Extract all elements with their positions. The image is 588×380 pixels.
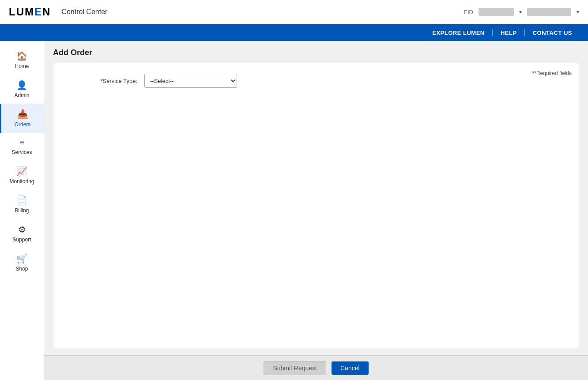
nav-contact-us[interactable]: CONTACT US bbox=[526, 24, 579, 41]
sidebar-label-admin: Admin bbox=[14, 92, 29, 98]
sidebar-item-admin[interactable]: 👤 Admin bbox=[0, 75, 44, 104]
support-icon: ⚙ bbox=[18, 224, 26, 235]
service-type-label: *Service Type: bbox=[67, 78, 137, 84]
app-title: Control Center bbox=[61, 8, 107, 16]
logo: LUMEN bbox=[9, 6, 51, 18]
orders-icon: 📥 bbox=[17, 109, 28, 120]
eid-dropdown-icon[interactable]: ▾ bbox=[519, 9, 522, 15]
sidebar-label-billing: Billing bbox=[15, 207, 29, 214]
sidebar-item-services[interactable]: ≡ Services bbox=[0, 133, 44, 161]
eid-label: EID bbox=[464, 9, 473, 15]
form-card: **Required fields *Service Type: --Selec… bbox=[53, 63, 579, 348]
sidebar-label-home: Home bbox=[15, 63, 29, 69]
sidebar-item-shop[interactable]: 🛒 Shop bbox=[0, 248, 44, 277]
sidebar-label-services: Services bbox=[11, 149, 32, 155]
logo-text: LUMEN bbox=[9, 6, 51, 18]
cancel-button[interactable]: Cancel bbox=[332, 361, 369, 375]
page-title: Add Order bbox=[53, 48, 579, 57]
home-icon: 🏠 bbox=[16, 51, 27, 61]
monitoring-icon: 📈 bbox=[16, 166, 27, 177]
user-value bbox=[527, 8, 571, 16]
sidebar-item-home[interactable]: 🏠 Home bbox=[0, 45, 44, 75]
nav-explore-lumen[interactable]: EXPLORE LUMEN bbox=[425, 24, 491, 41]
sidebar-label-orders: Orders bbox=[15, 121, 31, 128]
header-right: EID ▾ ▾ bbox=[464, 8, 579, 16]
required-note-text: *Required fields bbox=[534, 70, 572, 76]
submit-request-button[interactable]: Submit Request bbox=[264, 361, 326, 375]
nav-help[interactable]: HELP bbox=[494, 24, 524, 41]
blue-nav-bar: EXPLORE LUMEN | HELP | CONTACT US bbox=[0, 24, 588, 41]
billing-icon: 📄 bbox=[16, 195, 27, 206]
sidebar-label-support: Support bbox=[12, 237, 31, 243]
sidebar-label-shop: Shop bbox=[15, 266, 28, 272]
sidebar-item-support[interactable]: ⚙ Support bbox=[0, 219, 44, 248]
admin-icon: 👤 bbox=[16, 80, 27, 90]
services-icon: ≡ bbox=[19, 138, 24, 147]
content-area: Add Order **Required fields *Service Typ… bbox=[44, 41, 588, 380]
user-dropdown-icon[interactable]: ▾ bbox=[577, 9, 579, 15]
eid-value bbox=[479, 8, 514, 16]
sidebar-item-billing[interactable]: 📄 Billing bbox=[0, 190, 44, 219]
sidebar-item-orders[interactable]: 📥 Orders bbox=[0, 104, 44, 133]
required-note: **Required fields bbox=[532, 70, 572, 76]
footer-bar: Submit Request Cancel bbox=[44, 355, 588, 380]
logo-underscore: E bbox=[34, 6, 42, 18]
sidebar-label-monitoring: Monitoring bbox=[9, 178, 34, 184]
top-header: LUMEN Control Center EID ▾ ▾ bbox=[0, 0, 588, 24]
shop-icon: 🛒 bbox=[16, 253, 27, 264]
service-type-row: *Service Type: --Select-- Internet Voice… bbox=[67, 74, 565, 88]
sidebar: 🏠 Home 👤 Admin 📥 Orders ≡ Services 📈 Mon… bbox=[0, 41, 44, 380]
service-type-select[interactable]: --Select-- Internet Voice Data bbox=[144, 74, 237, 88]
required-star: * bbox=[100, 78, 102, 84]
content-inner: Add Order **Required fields *Service Typ… bbox=[44, 41, 588, 355]
main-layout: 🏠 Home 👤 Admin 📥 Orders ≡ Services 📈 Mon… bbox=[0, 41, 588, 380]
sidebar-item-monitoring[interactable]: 📈 Monitoring bbox=[0, 161, 44, 190]
nav-divider-2: | bbox=[524, 29, 526, 37]
nav-divider-1: | bbox=[492, 29, 494, 37]
